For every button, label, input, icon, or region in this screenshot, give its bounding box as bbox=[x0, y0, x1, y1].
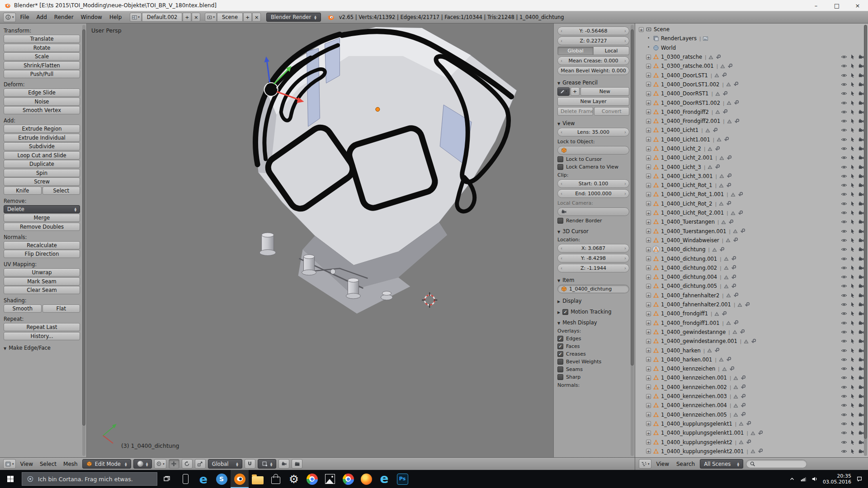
outliner-row[interactable]: + 1_0400_kennzeichen.005 bbox=[635, 410, 868, 419]
expand-icon[interactable]: + bbox=[646, 339, 651, 344]
selectable-cursor-icon[interactable] bbox=[849, 375, 856, 381]
selectable-cursor-icon[interactable] bbox=[849, 283, 856, 289]
mode-dropdown[interactable]: Edit Mode bbox=[82, 459, 131, 469]
minimize-button[interactable]: – bbox=[806, 0, 826, 11]
selectable-cursor-icon[interactable] bbox=[849, 210, 856, 216]
visibility-eye-icon[interactable] bbox=[841, 155, 847, 161]
outliner-row[interactable]: + 1_0300_ratsche bbox=[635, 52, 868, 61]
render-camera-icon[interactable] bbox=[858, 155, 864, 161]
tool-button[interactable]: Spin bbox=[4, 169, 80, 177]
outliner-row[interactable]: + 1_0400_frondgiff1 bbox=[635, 309, 868, 318]
selectable-cursor-icon[interactable] bbox=[849, 173, 856, 179]
manipulator-scale-toggle[interactable] bbox=[195, 459, 206, 469]
visibility-eye-icon[interactable] bbox=[841, 256, 847, 262]
blender-icon[interactable] bbox=[231, 470, 249, 488]
object-name[interactable]: 1_0400_Tuerstangen.001 bbox=[661, 228, 726, 235]
selectable-cursor-icon[interactable] bbox=[849, 136, 856, 143]
overlay-checkbox-row[interactable]: Bevel Weights bbox=[557, 359, 629, 365]
taskbar-clock[interactable]: 20:35 03.05.2016 bbox=[823, 473, 851, 485]
object-name[interactable]: 1_0400_kennzeichen.005 bbox=[661, 412, 727, 418]
render-camera-icon[interactable] bbox=[858, 320, 864, 326]
expand-icon[interactable]: + bbox=[646, 431, 651, 436]
object-name[interactable]: 1_0400_Windabweiser bbox=[661, 237, 719, 244]
expand-icon[interactable]: + bbox=[646, 119, 651, 124]
select-menu[interactable]: Select bbox=[38, 461, 59, 467]
object-name[interactable]: 1_0400_Licht1.001 bbox=[661, 136, 710, 143]
object-name[interactable]: 1_0400_Licht_Rot_2 bbox=[661, 201, 712, 207]
object-name[interactable]: 1_0400_fahnenhalter2.001 bbox=[661, 301, 731, 308]
photos-icon[interactable] bbox=[321, 470, 339, 488]
gp-delete-frame-button[interactable]: Delete Frame bbox=[557, 107, 593, 116]
render-camera-icon[interactable] bbox=[858, 430, 864, 436]
object-name[interactable]: 1_0400_Licht_3 bbox=[661, 164, 701, 170]
expand-icon[interactable]: + bbox=[646, 211, 651, 216]
visibility-eye-icon[interactable] bbox=[841, 72, 847, 79]
selectable-cursor-icon[interactable] bbox=[849, 109, 856, 115]
visibility-eye-icon[interactable] bbox=[841, 310, 847, 317]
expand-icon[interactable]: + bbox=[646, 247, 651, 252]
visibility-eye-icon[interactable] bbox=[841, 384, 847, 390]
outliner-row[interactable]: + 1_0400_Licht_3 bbox=[635, 162, 868, 171]
expand-icon[interactable]: + bbox=[646, 320, 651, 325]
tool-button[interactable]: Unwrap bbox=[4, 268, 80, 277]
mean-bevel-weight-field[interactable]: Mean Bevel Weight: 0.000 bbox=[557, 66, 629, 75]
maximize-button[interactable]: □ bbox=[826, 0, 847, 11]
visibility-eye-icon[interactable] bbox=[841, 412, 847, 418]
expand-icon[interactable]: + bbox=[646, 329, 651, 334]
visibility-eye-icon[interactable] bbox=[841, 320, 847, 326]
object-name[interactable]: 1_0400_kennzeichen bbox=[661, 366, 715, 372]
render-camera-icon[interactable] bbox=[858, 173, 864, 179]
visibility-eye-icon[interactable] bbox=[841, 265, 847, 271]
opengl-render-anim-button[interactable] bbox=[292, 459, 302, 469]
expand-icon[interactable]: + bbox=[646, 421, 651, 426]
expand-icon[interactable]: + bbox=[646, 55, 651, 60]
render-camera-icon[interactable] bbox=[858, 402, 864, 408]
expand-icon[interactable]: + bbox=[646, 357, 651, 362]
expand-icon[interactable]: + bbox=[646, 229, 651, 234]
visibility-eye-icon[interactable] bbox=[841, 448, 847, 455]
object-name[interactable]: 1_0400_kupplungsgelenkt2.001 bbox=[661, 448, 744, 455]
outliner-view-menu[interactable]: View bbox=[654, 461, 671, 467]
network-icon[interactable] bbox=[800, 476, 807, 482]
tool-button[interactable]: Knife bbox=[4, 187, 42, 195]
viewport-editor-type-icon[interactable]: ▾ bbox=[3, 459, 16, 469]
tool-button[interactable]: Remove Doubles bbox=[4, 223, 80, 231]
selectable-cursor-icon[interactable] bbox=[849, 145, 856, 152]
selectable-cursor-icon[interactable] bbox=[849, 301, 856, 308]
object-name[interactable]: 1_0400_gewindestannge bbox=[661, 329, 726, 335]
tool-button[interactable]: Shrink/Flatten bbox=[4, 61, 80, 70]
outliner-row[interactable]: + 1_0400_Tuerstangen.001 bbox=[635, 227, 868, 236]
visibility-eye-icon[interactable] bbox=[841, 173, 847, 179]
object-name[interactable]: 1_0400_dichtung bbox=[661, 246, 706, 253]
tool-button[interactable]: Mark Seam bbox=[4, 277, 80, 286]
expand-icon[interactable]: + bbox=[646, 91, 651, 96]
object-name[interactable]: 1_0400_Licht_Rot_1 bbox=[661, 182, 712, 188]
object-name[interactable]: 1_0400_dichtung.001 bbox=[661, 256, 717, 262]
outliner-row[interactable]: + 1_0400_dichtung.001 bbox=[635, 254, 868, 263]
gp-new-layer-button[interactable]: New Layer bbox=[557, 97, 629, 106]
render-camera-icon[interactable] bbox=[858, 329, 864, 335]
expand-icon[interactable]: + bbox=[646, 366, 651, 371]
render-camera-icon[interactable] bbox=[858, 384, 864, 390]
expand-icon[interactable]: + bbox=[646, 275, 651, 280]
render-camera-icon[interactable] bbox=[858, 412, 864, 418]
tool-button[interactable]: Clear Seam bbox=[4, 286, 80, 294]
outliner-editor-type-icon[interactable]: ▾ bbox=[639, 459, 651, 469]
outliner-row[interactable]: + 1_0400_kennzeichen.001 bbox=[635, 373, 868, 382]
outliner-row[interactable]: + 1_0300_ratsche.001 bbox=[635, 61, 868, 70]
tool-button[interactable]: Subdivide bbox=[4, 142, 80, 150]
outliner-row[interactable]: • World bbox=[635, 43, 868, 52]
gp-add-button[interactable]: + bbox=[571, 87, 580, 96]
tool-button[interactable]: Rotate bbox=[4, 44, 80, 52]
expand-icon[interactable]: + bbox=[646, 100, 651, 105]
selectable-cursor-icon[interactable] bbox=[849, 439, 856, 446]
view-panel-header[interactable]: View bbox=[557, 120, 629, 127]
object-name[interactable]: World bbox=[661, 45, 676, 51]
selectable-cursor-icon[interactable] bbox=[849, 237, 856, 244]
start-button[interactable] bbox=[0, 470, 21, 488]
object-name[interactable]: 1_0400_Licht_3.001 bbox=[661, 173, 712, 179]
object-name[interactable]: 1_0400_Licht1 bbox=[661, 127, 698, 133]
overlay-checkbox-row[interactable]: Faces bbox=[557, 343, 629, 349]
render-camera-icon[interactable] bbox=[858, 63, 864, 69]
outliner-row[interactable]: + 1_0400_dichtung.005 bbox=[635, 282, 868, 291]
